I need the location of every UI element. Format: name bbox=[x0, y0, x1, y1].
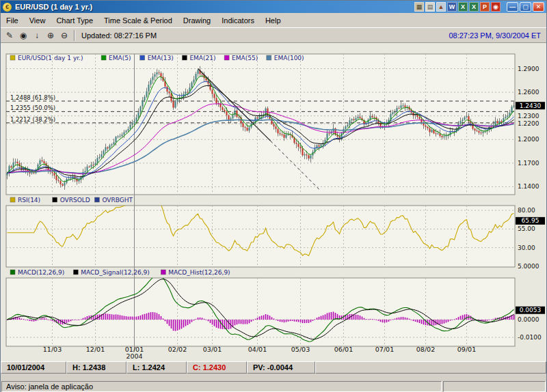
draw-line-tool[interactable]: ✎ bbox=[3, 29, 16, 42]
x-axis-label: 02/02 bbox=[168, 346, 187, 353]
updated-label: Updated: 08:27:16 PM bbox=[81, 31, 157, 40]
excel-icon-2[interactable]: X bbox=[469, 2, 479, 12]
x-axis-label: 11/03 bbox=[43, 346, 62, 353]
toolbar: ✎◉↓⊕⊖ Updated: 08:27:16 PM 08:27:23 PM, … bbox=[1, 28, 546, 43]
rsi-axis-label: 55.00 bbox=[518, 225, 535, 232]
menu-help[interactable]: Help bbox=[260, 14, 286, 27]
price-legend-label-5: EMA(100) bbox=[274, 55, 304, 61]
rsi-legend-label-1: OVRSOLD bbox=[60, 197, 90, 204]
macd-axis-label: 0.0000 bbox=[518, 316, 539, 323]
rsi-legend-label-2: OVRBGHT bbox=[102, 197, 133, 204]
rsi-axis-label: 30.00 bbox=[518, 244, 535, 251]
titlebar[interactable]: € EUR/USD (1 day 1 yr.) ▦▤▲WXXP◉ — ▢ ✕ bbox=[1, 1, 546, 13]
excel-icon[interactable]: X bbox=[458, 2, 468, 12]
macd-legend-swatch-2 bbox=[161, 270, 165, 275]
menu-drawing[interactable]: Drawing bbox=[178, 14, 216, 27]
price-axis-label: 1.2200 bbox=[518, 120, 539, 127]
price-legend-swatch-4 bbox=[224, 55, 229, 60]
crosshair-tool[interactable]: ◉ bbox=[17, 29, 29, 42]
calculator-icon[interactable]: ▦ bbox=[414, 2, 424, 12]
price-axis-label: 1.1700 bbox=[518, 160, 539, 167]
currency-coin-icon: € bbox=[3, 3, 12, 12]
price-legend-swatch-2 bbox=[140, 55, 145, 60]
x-axis-label: 07/01 bbox=[375, 346, 394, 353]
arrow-down-tool[interactable]: ↓ bbox=[31, 29, 43, 42]
status-cell-0: 10/01/2004 bbox=[1, 361, 66, 374]
window-title: EUR/USD (1 day 1 yr.) bbox=[15, 3, 92, 11]
menu-chart-type[interactable]: Chart Type bbox=[51, 14, 98, 27]
price-legend-swatch-1 bbox=[101, 55, 106, 60]
status-cell-2: L: 1.2424 bbox=[126, 361, 187, 374]
rsi-legend-swatch-0 bbox=[10, 197, 15, 202]
window-gap bbox=[1, 374, 546, 380]
app-window: € EUR/USD (1 day 1 yr.) ▦▤▲WXXP◉ — ▢ ✕ F… bbox=[0, 0, 547, 392]
price-axis-label: 1.1400 bbox=[518, 183, 539, 190]
rsi-panel[interactable] bbox=[6, 206, 515, 267]
price-legend-label-0: EUR/USD(1 day 1 yr.) bbox=[18, 55, 83, 61]
x-axis-label: 05/03 bbox=[291, 346, 310, 353]
status-extra-panel bbox=[443, 381, 546, 392]
zoom-out-tool[interactable]: ⊖ bbox=[58, 29, 70, 42]
status-cell-1: H: 1.2438 bbox=[66, 361, 126, 374]
notes-icon[interactable]: ▤ bbox=[425, 2, 435, 12]
server-clock: 08:27:23 PM, 9/30/2004 ET bbox=[449, 31, 544, 40]
window-buttons: — ▢ ✕ bbox=[507, 2, 544, 12]
price-legend-swatch-3 bbox=[182, 55, 187, 60]
current-macd: 0.0053 bbox=[520, 307, 542, 313]
chart-app-icon[interactable]: ▲ bbox=[436, 2, 446, 12]
menu-view[interactable]: View bbox=[24, 14, 51, 27]
rsi-legend-label-0: RSI(14) bbox=[18, 197, 40, 204]
macd-legend-label-1: MACD_Signal(12,26,9) bbox=[81, 269, 150, 276]
status-cell-3: C: 1.2430 bbox=[187, 361, 247, 374]
minimize-button[interactable]: — bbox=[507, 2, 518, 12]
macd-legend-label-2: MACD_Hist(12,26,9) bbox=[168, 269, 230, 276]
close-button[interactable]: ✕ bbox=[533, 2, 544, 12]
macd-panel[interactable] bbox=[6, 278, 515, 346]
status-cell-filler bbox=[315, 361, 546, 374]
media-player-icon[interactable]: ◉ bbox=[491, 2, 501, 12]
current-price: 1.2430 bbox=[520, 102, 542, 109]
price-legend-swatch-5 bbox=[267, 55, 271, 60]
quote-status-row: 10/01/2004H: 1.2438L: 1.2424C: 1.2430PV:… bbox=[1, 361, 546, 374]
status-cell-4: PV: -0.0044 bbox=[247, 361, 315, 374]
fib-label: 1.2212 (38.2%) bbox=[10, 116, 55, 123]
rsi-legend-swatch-2 bbox=[94, 197, 99, 202]
price-legend-label-3: EMA(21) bbox=[189, 55, 215, 61]
powerpoint-icon[interactable]: P bbox=[480, 2, 490, 12]
price-axis-label: 1.2600 bbox=[518, 89, 539, 96]
zoom-in-tool[interactable]: ⊕ bbox=[44, 29, 57, 42]
price-axis-label: 1.2900 bbox=[518, 66, 539, 72]
titlebar-app-icons: ▦▤▲WXXP◉ bbox=[414, 2, 501, 12]
menu-file[interactable]: File bbox=[1, 14, 24, 27]
price-axis-label: 1.2300 bbox=[518, 113, 539, 120]
current-rsi: 65.95 bbox=[522, 217, 539, 224]
price-legend-label-4: EMA(55) bbox=[232, 55, 258, 61]
menu-time-scale-period[interactable]: Time Scale & Period bbox=[98, 14, 178, 27]
macd-legend-swatch-1 bbox=[73, 270, 78, 275]
macd-legend-swatch-0 bbox=[10, 270, 15, 275]
macd-legend-label-0: MACD(12,26,9) bbox=[18, 269, 64, 276]
status-message: Aviso: janela de aplicação bbox=[1, 381, 442, 392]
macd-axis-label: -0.0100 bbox=[518, 334, 542, 341]
rsi-legend-swatch-1 bbox=[53, 197, 57, 202]
maximize-button[interactable]: ▢ bbox=[520, 2, 531, 12]
price-axis-label: 1.2000 bbox=[518, 136, 539, 143]
price-chart-svg[interactable]: 1.29001.26001.23001.22001.20001.17001.14… bbox=[1, 43, 547, 361]
word-icon[interactable]: W bbox=[447, 2, 457, 12]
x-axis-label: 03/01 bbox=[203, 346, 222, 353]
menu-indicators[interactable]: Indicators bbox=[216, 14, 260, 27]
chart-area: 1.29001.26001.23001.22001.20001.17001.14… bbox=[1, 43, 546, 361]
drawing-tools: ✎◉↓⊕⊖ bbox=[3, 29, 70, 42]
x-axis-label: 08/02 bbox=[416, 346, 435, 353]
price-legend-swatch-0 bbox=[10, 55, 15, 60]
year-label: 2004 bbox=[126, 352, 142, 360]
price-legend-label-1: EMA(5) bbox=[109, 55, 131, 61]
rsi-axis-label: 80.00 bbox=[518, 207, 535, 214]
x-axis-label: 09/01 bbox=[457, 346, 476, 353]
rsi-axis-label: 5.0000 bbox=[518, 263, 539, 270]
fib-label: 1.2355 (50.0%) bbox=[10, 104, 55, 111]
price-legend-label-2: EMA(13) bbox=[148, 55, 174, 61]
x-axis-label: 12/01 bbox=[86, 346, 105, 353]
toolbar-separator bbox=[74, 30, 75, 41]
fib-label: 1.2488 (61.8%) bbox=[10, 94, 55, 101]
